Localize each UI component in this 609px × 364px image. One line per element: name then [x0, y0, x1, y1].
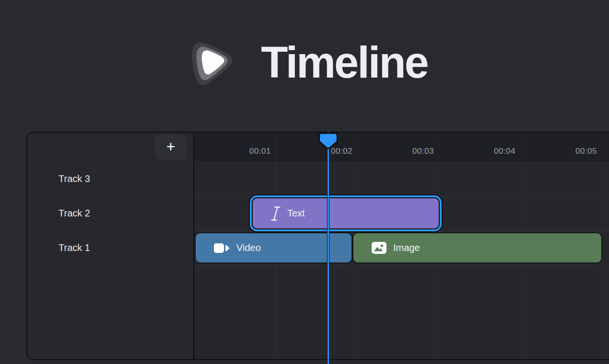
row-divider [194, 196, 609, 197]
ruler-tick: 00:01 [194, 133, 276, 161]
app-canvas: Timeline + Track 3 Track 2 Track 1 00:01… [0, 0, 609, 364]
track-label: Track 3 [59, 173, 90, 184]
clip-label: Text [287, 208, 305, 219]
row-divider [194, 265, 609, 266]
play-logo-icon [181, 31, 245, 93]
ruler-tick: 00:05 [520, 133, 602, 161]
track-label: Track 1 [59, 242, 90, 253]
app-title: Timeline [261, 40, 428, 84]
ruler-tick: 00:04 [439, 133, 520, 161]
track-header-track-1[interactable]: Track 1 [27, 231, 193, 265]
ruler-tick: 00:02 [276, 133, 357, 161]
ruler-tick: 00:03 [357, 133, 439, 161]
row-divider [194, 231, 609, 231]
italic-text-icon [271, 206, 281, 221]
app-header: Timeline [0, 24, 609, 101]
playhead-handle[interactable] [318, 132, 338, 150]
clip-label: Image [393, 242, 420, 253]
track-header-track-2[interactable]: Track 2 [27, 196, 193, 231]
clip-text[interactable]: Text [253, 198, 439, 228]
clip-image[interactable]: Image [353, 233, 601, 262]
timeline-area: 00:01 00:02 00:03 00:04 00:05 [194, 133, 609, 359]
video-camera-icon [214, 243, 230, 253]
time-ruler[interactable]: 00:01 00:02 00:03 00:04 00:05 [194, 133, 609, 162]
clip-label: Video [236, 242, 261, 253]
track-header-track-3[interactable]: Track 3 [27, 162, 193, 196]
gridline [602, 133, 602, 358]
timeline-panel: + Track 3 Track 2 Track 1 00:01 00:02 00… [26, 132, 609, 360]
track-header-column: + Track 3 Track 2 Track 1 [27, 133, 194, 359]
track-label: Track 2 [59, 208, 90, 219]
track-header-toolbar: + [27, 133, 193, 162]
playhead-line [327, 132, 329, 364]
image-icon [372, 242, 386, 254]
add-track-button[interactable]: + [155, 135, 187, 159]
